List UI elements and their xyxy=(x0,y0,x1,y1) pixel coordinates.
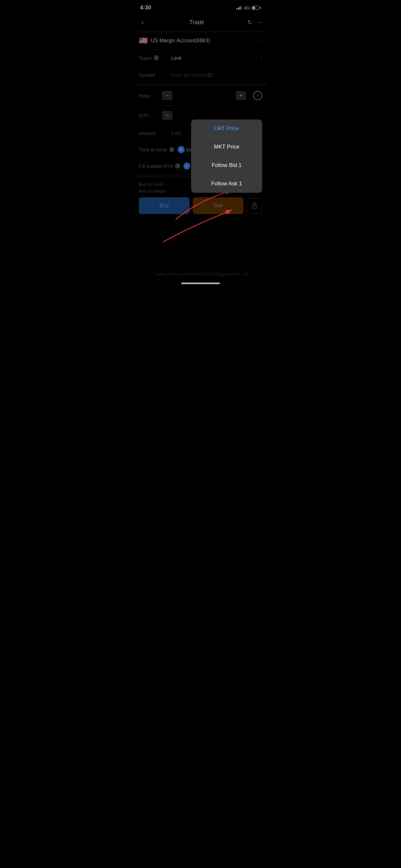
dropdown-item-mkt-price[interactable]: MKT Price xyxy=(191,138,262,156)
checkmark-icon: ✓ xyxy=(179,147,183,152)
refresh-icon[interactable]: ↻ xyxy=(247,19,252,26)
amount-value: 0.00 xyxy=(171,130,181,136)
status-time: 4:30 xyxy=(140,4,151,11)
buy-on-margin-stat: Buy on Margin -- xyxy=(139,189,170,193)
status-icons: 4G xyxy=(236,5,261,10)
account-row[interactable]: 🇺🇸 US Margin Account(6863) › xyxy=(134,32,267,50)
symbol-input[interactable]: Enter the symbol xyxy=(171,72,208,78)
qty-label: QTY xyxy=(139,113,158,118)
allow-checkmark-icon: ✓ xyxy=(185,164,189,168)
types-info-icon[interactable]: i xyxy=(154,55,159,60)
symbol-label: Symbol xyxy=(139,72,171,78)
fill-outside-label: Fill outside RTH i xyxy=(139,163,180,169)
status-bar: 4:30 4G xyxy=(134,0,267,14)
sell-button[interactable]: Sell xyxy=(193,197,243,214)
dropdown-item-lmt-price[interactable]: LMT Price xyxy=(191,120,262,138)
form-section: Types i Limit › Symbol Enter the symbol … xyxy=(134,50,267,84)
svg-rect-0 xyxy=(252,204,257,209)
clipboard-button[interactable] xyxy=(247,198,262,213)
price-row: Price − + xyxy=(134,84,267,105)
back-button[interactable]: ‹ xyxy=(139,17,146,28)
footer-text: Trading services provided by FUTU Singap… xyxy=(134,266,267,280)
account-flag: 🇺🇸 xyxy=(139,36,148,45)
time-info-icon[interactable]: i xyxy=(169,147,174,152)
types-row[interactable]: Types i Limit › xyxy=(134,50,267,66)
price-plus-button[interactable]: + xyxy=(236,91,246,100)
nav-actions: ↻ ··· xyxy=(247,19,262,26)
signal-icon xyxy=(236,6,242,10)
dropdown-item-follow-ask[interactable]: Follow Ask 1 xyxy=(191,175,262,193)
fill-info-icon[interactable]: i xyxy=(175,163,180,168)
symbol-row[interactable]: Symbol Enter the symbol ⊟ xyxy=(134,66,267,84)
time-in-force-label: Time-in-force i xyxy=(139,147,174,152)
target-icon[interactable] xyxy=(253,91,262,100)
day-radio-checked: ✓ xyxy=(178,146,185,153)
amount-label: Amount xyxy=(139,130,171,136)
types-value: Limit xyxy=(171,55,260,61)
home-indicator xyxy=(181,283,220,284)
svg-rect-1 xyxy=(253,203,256,205)
price-minus-button[interactable]: − xyxy=(162,91,173,100)
buy-on-cash-stat: Buy on Cash -- xyxy=(139,182,170,187)
price-label: Price xyxy=(139,93,158,98)
qty-minus-button[interactable]: − xyxy=(162,111,173,120)
more-icon[interactable]: ··· xyxy=(257,19,262,26)
clipboard-icon xyxy=(251,202,258,209)
allow-radio-checked: ✓ xyxy=(183,162,190,169)
account-left: 🇺🇸 US Margin Account(6863) xyxy=(139,36,210,45)
scanner-icon[interactable]: ⊟ xyxy=(208,71,212,79)
network-label: 4G xyxy=(244,5,250,10)
dropdown-item-follow-bid[interactable]: Follow Bid 1 xyxy=(191,156,262,175)
battery-icon xyxy=(251,6,261,10)
page-title: Trade xyxy=(189,19,204,26)
price-type-dropdown[interactable]: LMT Price MKT Price Follow Bid 1 Follow … xyxy=(191,120,262,193)
account-name: US Margin Account(6863) xyxy=(151,38,210,43)
types-label: Types i xyxy=(139,55,171,61)
buy-button[interactable]: Buy xyxy=(139,197,189,214)
buy-sell-row: Buy Sell xyxy=(134,197,267,219)
account-chevron: › xyxy=(260,38,262,43)
nav-header: ‹ Trade ↻ ··· xyxy=(134,14,267,32)
types-chevron: › xyxy=(260,55,262,61)
